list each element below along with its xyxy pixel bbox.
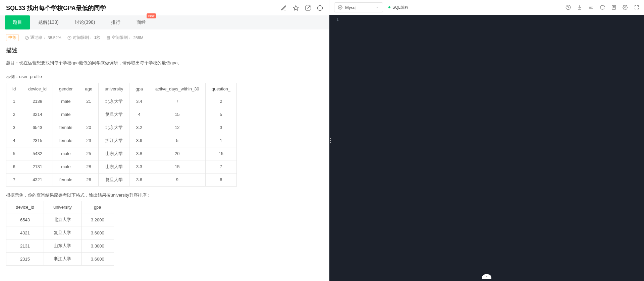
cell: 2138 — [22, 95, 53, 108]
tab-solutions[interactable]: 题解(133) — [30, 15, 67, 29]
cell: 3 — [205, 121, 236, 134]
gear-icon — [338, 5, 342, 10]
cell: 6543 — [6, 213, 44, 226]
tab-label: 题目 — [13, 19, 22, 25]
chevron-up-icon — [484, 275, 489, 278]
cell: 4321 — [22, 173, 53, 186]
code-area[interactable] — [341, 15, 644, 281]
clock-icon — [67, 36, 71, 40]
cell: 7 — [149, 95, 205, 108]
cell: 15 — [149, 108, 205, 121]
cell: 4 — [6, 134, 22, 147]
cell: male — [53, 147, 79, 160]
check-icon — [25, 36, 29, 40]
tab-label: 题解(133) — [38, 19, 59, 25]
cell: 25 — [79, 147, 99, 160]
cell: 3214 — [22, 108, 53, 121]
panel-resize-handle[interactable] — [330, 138, 331, 143]
result-table-wrap: device_iduniversitygpa6543北京大学3.20004321… — [6, 201, 323, 266]
status-dot-icon — [388, 6, 390, 8]
cell: 复旦大学 — [44, 226, 81, 239]
cell: 3.6 — [129, 134, 149, 147]
chevron-down-icon — [375, 5, 379, 9]
example-table-wrap[interactable]: iddevice_idgenderageuniversitygpaactive_… — [6, 83, 323, 187]
cell: 2131 — [6, 239, 44, 253]
example-table: iddevice_idgenderageuniversitygpaactive_… — [6, 83, 237, 187]
mode-label: SQL编程 — [392, 5, 409, 10]
result-hint: 根据示例，你的查询结果应参考以下格式，输出结果按university升序排序： — [6, 191, 323, 199]
cell: 7 — [6, 173, 22, 186]
help-icon[interactable] — [566, 5, 571, 10]
refresh-icon[interactable] — [600, 5, 605, 10]
cell: 2 — [205, 95, 236, 108]
tab-problem[interactable]: 题目 — [5, 15, 30, 29]
tab-label: 面经 — [137, 19, 146, 25]
cell: 6 — [6, 160, 22, 173]
svg-marker-0 — [293, 6, 299, 10]
cell: 浙江大学 — [99, 134, 129, 147]
fullscreen-icon[interactable] — [634, 5, 639, 10]
note-icon[interactable] — [611, 5, 616, 10]
cell: 26 — [79, 173, 99, 186]
format-icon[interactable] — [588, 5, 594, 10]
code-editor[interactable]: 1 — [329, 15, 644, 281]
cell: 3 — [6, 121, 22, 134]
cell: 2315 — [6, 253, 44, 266]
time-limit: 时间限制：1秒 — [67, 35, 101, 41]
table-row: 2315浙江大学3.6000 — [6, 253, 114, 266]
cell: 12 — [149, 121, 205, 134]
edit-icon[interactable] — [281, 5, 287, 11]
col-header: gpa — [81, 201, 114, 213]
col-header: gender — [53, 83, 79, 95]
svg-point-4 — [25, 36, 29, 40]
cell: 4 — [129, 108, 149, 121]
problem-content[interactable]: 描述 题目：现在运营想要找到每个学校gpa最低的同学来做调研，请你取出每个学校的… — [0, 46, 329, 281]
info-icon[interactable] — [317, 5, 323, 11]
cell: 3.2000 — [81, 213, 114, 226]
svg-point-8 — [339, 7, 341, 8]
cell: 7 — [205, 160, 236, 173]
cell: 15 — [149, 160, 205, 173]
cell: 23 — [79, 134, 99, 147]
cell: 1 — [6, 95, 22, 108]
cell: male — [53, 160, 79, 173]
star-icon[interactable] — [293, 5, 299, 11]
language-value: Mysql — [345, 5, 357, 10]
settings-icon[interactable] — [623, 5, 628, 10]
share-icon[interactable] — [305, 5, 311, 11]
col-header: age — [79, 83, 99, 95]
cell: 2315 — [22, 134, 53, 147]
cell: 山东大学 — [99, 160, 129, 173]
editor-mode[interactable]: SQL编程 — [388, 5, 409, 10]
table-row: 62131male28山东大学3.3157 — [6, 160, 237, 173]
line-gutter: 1 — [329, 15, 341, 281]
expand-console-button[interactable] — [482, 274, 491, 279]
download-icon[interactable] — [577, 5, 582, 10]
table-row: 12138male21北京大学3.472 — [6, 95, 237, 108]
language-select[interactable]: Mysql — [334, 2, 383, 12]
cell: male — [53, 95, 79, 108]
tab-label: 讨论(398) — [75, 19, 95, 25]
tab-experience[interactable]: 面经 new — [128, 15, 154, 29]
pass-rate: 通过率：38.52% — [25, 35, 61, 41]
cell: 3.3 — [129, 160, 149, 173]
col-header: question_ — [205, 83, 236, 95]
cell: 3.6000 — [81, 226, 114, 239]
example-label: 示例：user_profile — [6, 73, 323, 80]
cell: 5432 — [22, 147, 53, 160]
cell: 2 — [6, 108, 22, 121]
svg-rect-7 — [107, 38, 110, 39]
editor-toolbar: Mysql SQL编程 — [329, 0, 644, 15]
cell: 28 — [79, 160, 99, 173]
tab-label: 排行 — [111, 19, 120, 25]
result-table: device_iduniversitygpa6543北京大学3.20004321… — [6, 201, 114, 266]
cell: 3.4 — [129, 95, 149, 108]
desc-body: 题目：现在运营想要找到每个学校gpa最低的同学来做调研，请你取出每个学校的最低g… — [6, 59, 323, 67]
col-header: device_id — [22, 83, 53, 95]
new-badge: new — [147, 13, 156, 18]
tab-discuss[interactable]: 讨论(398) — [67, 15, 103, 29]
cell: 复旦大学 — [99, 173, 129, 186]
cell: 5 — [6, 147, 22, 160]
cell: 20 — [79, 121, 99, 134]
tab-rank[interactable]: 排行 — [103, 15, 128, 29]
